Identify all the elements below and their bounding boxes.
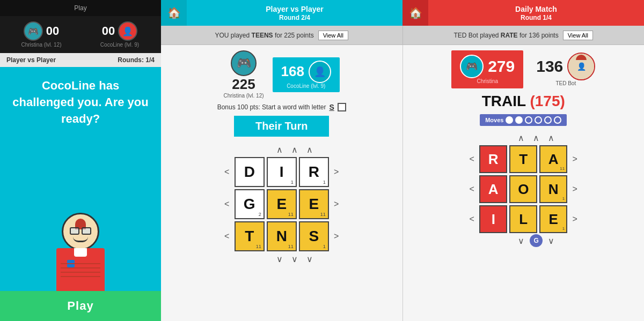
pvp-cell-1-0[interactable]: G2 [235,189,265,219]
player1-avatar: 🎮 [24,21,43,41]
pvp-p2-avatar: 👤 [309,61,331,83]
bot-head [62,213,99,250]
move-dot-4 [535,116,542,124]
daily-p1-score-box: 🎮 279 Christina [451,50,523,88]
top-headers: 🏠 Player vs Player Round 2/4 🏠 Daily Mat… [161,0,644,26]
daily-cell-2-2[interactable]: E1 [539,205,567,233]
daily-cell-1-0[interactable]: A [479,175,507,203]
left-scores: 🎮 00 Christina (lvl. 12) 00 👤 CocoLine (… [0,16,161,53]
pvp-notif-text: YOU played TEENS for 225 points [215,32,314,39]
daily-p2-name: TED Bot [555,80,576,86]
pvp-cell-1-2[interactable]: E11 [299,189,329,219]
player1-name: Christina (lvl. 12) [21,42,61,48]
pvp-cell-2-2[interactable]: S1 [299,221,329,251]
pvp-down-arrow-2[interactable]: ∨ [288,252,301,265]
pvp-up-arrow-3[interactable]: ∧ [303,143,316,156]
bot-glass-right [82,227,91,235]
left-main: CocoLine has challenged you. Are you rea… [0,67,161,291]
daily-up-arrow-1[interactable]: ∧ [515,131,528,144]
daily-cell-2-0[interactable]: I [479,205,507,233]
pvp-right-arrow-2[interactable]: > [330,230,343,243]
daily-left-arrow-0[interactable]: < [465,153,478,166]
pvp-up-arrow-1[interactable]: ∧ [273,143,286,156]
pvp-left-arrow-1[interactable]: < [221,198,233,211]
pvp-p1-name: Christina (lvl. 12) [224,93,264,99]
daily-rounds: Round 1/4 [521,14,552,21]
pvp-cell-2-1[interactable]: N11 [267,221,297,251]
play-button[interactable]: Play [0,291,161,321]
pvp-left-arrow-2[interactable]: < [221,230,233,243]
pvp-p2-score-box: 168 👤 CocoLine (lvl. 9) [273,57,340,92]
daily-p1-score: 279 [488,57,515,76]
left-info-bar: Player vs Player Rounds: 1/4 [0,53,161,67]
daily-down-arrow-3[interactable]: ∨ [545,234,558,247]
daily-cell-0-2[interactable]: A11 [539,145,567,173]
pvp-left-arrow-0[interactable]: < [221,166,233,178]
daily-right-arrow-1[interactable]: > [568,183,581,196]
pvp-cell-2-0[interactable]: T11 [235,221,265,251]
pvp-down-arrow-1[interactable]: ∨ [273,252,286,265]
pvp-right-arrow-0[interactable]: > [330,166,343,178]
pvp-cell-1-1[interactable]: E11 [267,189,297,219]
daily-p2: 136 👤 TED Bot [536,53,595,86]
daily-notif-text: TED Bot played RATE for 136 points [453,32,558,39]
pvp-home-icon: 🏠 [167,6,181,19]
bonus-checkbox[interactable] [338,103,346,111]
pvp-game: 🎮 225 Christina (lvl. 12) 168 👤 CocoLine… [161,45,403,321]
bonus-text: Bonus 100 pts: Start a word with letter [217,103,326,111]
move-dot-5 [544,116,552,124]
move-dot-2 [515,116,523,124]
daily-right-arrow-0[interactable]: > [568,153,581,166]
pvp-title: Player vs Player [266,5,323,13]
move-dot-1 [506,116,513,124]
daily-up-arrow-3[interactable]: ∧ [545,131,558,144]
pvp-cell-0-1[interactable]: I1 [267,157,297,187]
daily-right-arrow-2[interactable]: > [568,213,581,226]
daily-left-arrow-2[interactable]: < [465,213,478,226]
daily-cell-1-2[interactable]: N1 [539,175,567,203]
pvp-view-all-button[interactable]: View All [318,31,348,40]
daily-left-arrow-1[interactable]: < [465,183,478,196]
daily-cell-2-1[interactable]: L [509,205,537,233]
daily-cell-0-1[interactable]: T [509,145,537,173]
daily-notif: TED Bot played RATE for 136 points View … [403,26,645,44]
player2-avatar: 👤 [118,21,137,41]
daily-view-all-button[interactable]: View All [563,31,593,40]
left-panel: Play 🎮 00 Christina (lvl. 12) 00 👤 CocoL… [0,0,161,321]
daily-p2-avatar: 👤 [567,53,595,80]
daily-title: Daily Match [515,5,557,13]
trail-word: TRAIL [482,93,526,109]
bot-figure [56,213,105,291]
daily-up-arrow-2[interactable]: ∧ [530,131,543,144]
daily-g-icon[interactable]: G [530,234,543,247]
pvp-down-arrow-3[interactable]: ∨ [303,252,316,265]
daily-home-icon: 🏠 [409,6,422,19]
pvp-scores-row: 🎮 225 Christina (lvl. 12) 168 👤 CocoLine… [224,50,340,99]
daily-header: Daily Match Round 1/4 [428,0,644,26]
pvp-home-button[interactable]: 🏠 [161,0,187,26]
daily-letter-grid: ∧ ∧ ∧ < R T A11 > < A [465,131,581,247]
daily-scores-row: 🎮 279 Christina 136 👤 [403,50,645,88]
pvp-cell-0-2[interactable]: R1 [299,157,329,187]
daily-down-arrow-1[interactable]: ∨ [515,234,528,247]
pvp-letter-grid: ∧ ∧ ∧ < D I1 R1 > < G2 [221,143,343,265]
player2-score-box: 00 👤 CocoLine (lvl. 9) [83,21,157,48]
bot-glasses [70,227,91,235]
daily-cell-1-1[interactable]: O [509,175,537,203]
left-top-text: Play [74,4,86,12]
pvp-bottom-arrows: ∨ ∨ ∨ [260,252,316,265]
pvp-cell-0-0[interactable]: D [235,157,265,187]
pvp-p2-name: CocoLine (lvl. 9) [287,83,325,89]
pvp-up-arrow-2[interactable]: ∧ [288,143,301,156]
player2-name: CocoLine (lvl. 9) [100,42,139,48]
daily-cell-0-0[interactable]: R [479,145,507,173]
pvp-right-arrow-1[interactable]: > [330,198,343,211]
moves-row: Moves [480,114,567,126]
player2-score: 00 [102,24,115,38]
daily-top-arrows: ∧ ∧ ∧ [502,131,558,144]
daily-p1-name: Christina [477,78,497,84]
pvp-p2-score: 168 [281,63,304,80]
daily-p2-score: 136 [536,57,563,76]
daily-grid-row-2: < I L E1 > [465,204,581,234]
daily-home-button[interactable]: 🏠 [402,0,428,26]
